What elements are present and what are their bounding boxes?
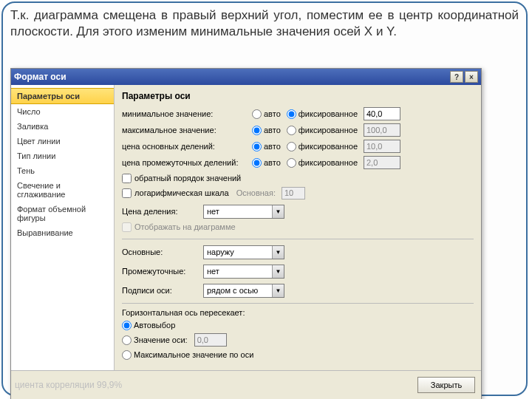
crosses-at-radio[interactable]: Значение оси: (122, 333, 474, 347)
max-value-label: максимальное значение: (122, 126, 252, 134)
display-unit-select[interactable]: нет ▼ (203, 205, 284, 219)
major-auto-radio[interactable]: авто (252, 142, 281, 151)
max-value-row: максимальное значение: авто фиксированно… (122, 122, 474, 138)
divider (122, 239, 474, 239)
crosses-auto-radio[interactable]: Автовыбор (122, 318, 474, 332)
major-unit-input[interactable] (364, 140, 400, 153)
sidebar-item-number[interactable]: Число (11, 104, 114, 119)
min-value-input[interactable] (364, 107, 400, 120)
crosses-max-radio[interactable]: Максимальное значение по оси (122, 348, 474, 361)
max-auto-radio[interactable]: авто (252, 126, 281, 135)
chevron-down-icon: ▼ (272, 284, 284, 297)
sidebar-item-line-color[interactable]: Цвет линии (11, 134, 114, 149)
major-fixed-radio[interactable]: фиксированное (287, 142, 358, 151)
crosses-group-label: Горизонтальная ось пересекает: (122, 308, 474, 317)
close-button[interactable]: Закрыть (417, 377, 475, 393)
background-text: циента корреляции 99,9% (15, 380, 122, 390)
show-on-chart-checkbox (122, 222, 132, 232)
sidebar-item-3d-format[interactable]: Формат объемной фигуры (11, 202, 114, 225)
major-unit-row: цена основных делений: авто фиксированно… (122, 138, 474, 154)
chevron-down-icon: ▼ (272, 205, 284, 218)
chevron-down-icon: ▼ (272, 246, 284, 259)
close-icon[interactable]: × (465, 71, 478, 83)
show-on-chart-label: Отображать на диаграмме (134, 222, 236, 231)
log-base-input (282, 187, 305, 200)
titlebar: Формат оси ? × (11, 69, 481, 85)
dialog-title: Формат оси (14, 72, 450, 82)
min-value-row: минимальное значение: авто фиксированное (122, 106, 474, 122)
axis-labels-label: Подписи оси: (122, 286, 203, 295)
minor-auto-radio[interactable]: авто (252, 158, 281, 168)
major-ticks-label: Основные: (122, 248, 203, 256)
divider (122, 303, 474, 304)
minor-unit-label: цена промежуточных делений: (122, 158, 252, 167)
axis-labels-select[interactable]: рядом с осью ▼ (203, 284, 284, 298)
sidebar-item-axis-options[interactable]: Параметры оси (11, 88, 114, 104)
chevron-down-icon: ▼ (272, 265, 284, 278)
sidebar-item-fill[interactable]: Заливка (11, 119, 114, 134)
max-value-input[interactable] (364, 123, 400, 137)
min-auto-radio[interactable]: авто (252, 109, 281, 119)
minor-unit-row: цена промежуточных делений: авто фиксиро… (122, 154, 474, 171)
min-value-label: минимальное значение: (122, 109, 252, 118)
panel-heading: Параметры оси (122, 91, 474, 101)
major-ticks-select[interactable]: наружу ▼ (203, 245, 284, 259)
major-unit-label: цена основных делений: (122, 142, 252, 151)
format-axis-dialog: Формат оси ? × Параметры оси Число Залив… (10, 68, 482, 399)
minor-fixed-radio[interactable]: фиксированное (287, 158, 358, 168)
sidebar-item-shadow[interactable]: Тень (11, 163, 114, 178)
log-base-label: Основная: (236, 188, 276, 197)
minor-ticks-select[interactable]: нет ▼ (203, 265, 284, 279)
max-fixed-radio[interactable]: фиксированное (287, 126, 358, 135)
help-button[interactable]: ? (450, 71, 463, 83)
log-scale-label: логарифмическая шкала (134, 188, 229, 197)
intro-text: Т.к. диаграмма смещена в правый верхний … (10, 7, 519, 40)
log-scale-checkbox[interactable] (122, 188, 132, 198)
reverse-order-checkbox[interactable] (122, 174, 132, 183)
minor-unit-input[interactable] (364, 156, 400, 169)
sidebar-item-glow[interactable]: Свечение и сглаживание (11, 178, 114, 202)
crosses-at-input[interactable] (194, 333, 227, 347)
reverse-order-label: обратный порядок значений (134, 174, 241, 183)
category-sidebar: Параметры оси Число Заливка Цвет линии Т… (11, 85, 115, 370)
axis-options-panel: Параметры оси минимальное значение: авто… (115, 85, 481, 370)
minor-ticks-label: Промежуточные: (122, 267, 203, 276)
min-fixed-radio[interactable]: фиксированное (287, 109, 358, 119)
display-unit-label: Цена деления: (122, 207, 203, 216)
sidebar-item-line-type[interactable]: Тип линии (11, 149, 114, 163)
sidebar-item-alignment[interactable]: Выравнивание (11, 225, 114, 240)
